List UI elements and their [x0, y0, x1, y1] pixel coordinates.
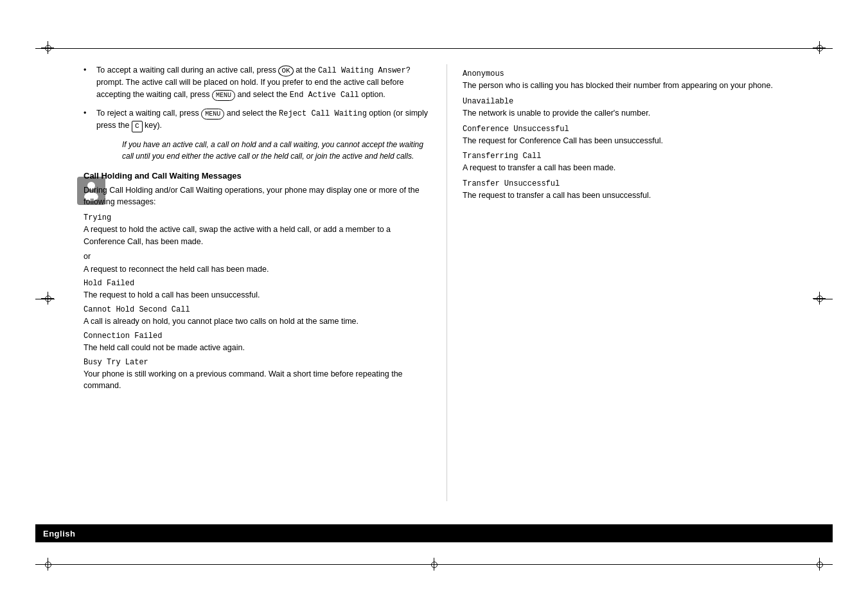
or-line: or	[84, 252, 430, 261]
line-bottom	[35, 564, 833, 565]
section-heading: Call Holding and Call Waiting Messages	[84, 171, 430, 181]
label-hold-failed: Hold Failed	[84, 279, 430, 288]
desc-trying: A request to hold the active call, swap …	[84, 224, 430, 248]
message-transferring-call: Transferring Call A request to transfer …	[463, 152, 822, 174]
desc-transferring-call: A request to transfer a call has been ma…	[463, 162, 822, 174]
message-hold-failed: Hold Failed The request to hold a call h…	[84, 279, 430, 301]
note-text: If you have an active call, a call on ho…	[122, 140, 423, 161]
bullet-item-1: To accept a waiting call during an activ…	[84, 64, 430, 101]
menu-key-1: MENU	[212, 90, 235, 101]
desc-anonymous: The person who is calling you has blocke…	[463, 80, 822, 92]
bullet-item-2: To reject a waiting call, press MENU and…	[84, 107, 430, 132]
footer-bar: English	[35, 524, 833, 542]
label-transfer-unsuccessful: Transfer Unsuccessful	[463, 179, 822, 188]
column-divider	[447, 64, 447, 501]
label-anonymous: Anonymous	[463, 69, 822, 78]
label-trying: Trying	[84, 213, 430, 222]
message-conference-unsuccessful: Conference Unsuccessful The request for …	[463, 125, 822, 147]
end-active-call-option: End Active Call	[290, 91, 359, 100]
left-column: To accept a waiting call during an activ…	[84, 64, 430, 396]
message-connection-failed: Connection Failed The held call could no…	[84, 332, 430, 354]
desc-connection-failed: The held call could not be made active a…	[84, 342, 430, 354]
reject-call-waiting-option: Reject Call Waiting	[279, 109, 367, 118]
label-transferring-call: Transferring Call	[463, 152, 822, 161]
message-anonymous: Anonymous The person who is calling you …	[463, 69, 822, 92]
label-conference-unsuccessful: Conference Unsuccessful	[463, 125, 822, 134]
desc-cannot-hold: A call is already on hold, you cannot pl…	[84, 315, 430, 328]
desc-busy-try-later: Your phone is still working on a previou…	[84, 368, 430, 393]
label-busy-try-later: Busy Try Later	[84, 358, 430, 367]
desc-transfer-unsuccessful: The request to transfer a call has been …	[463, 190, 822, 202]
message-cannot-hold: Cannot Hold Second Call A call is alread…	[84, 305, 430, 328]
call-waiting-answer-prompt: Call Waiting Answer?	[318, 66, 411, 75]
section-intro: During Call Holding and/or Call Waiting …	[84, 184, 430, 209]
footer-page-number: 32	[199, 529, 208, 538]
ok-key: OK	[278, 66, 293, 76]
line-mid-left	[35, 299, 55, 299]
message-trying: Trying A request to hold the active call…	[84, 213, 430, 248]
label-cannot-hold: Cannot Hold Second Call	[84, 305, 430, 314]
message-transfer-unsuccessful: Transfer Unsuccessful The request to tra…	[463, 179, 822, 202]
message-unavailable: Unavailable The network is unable to pro…	[463, 97, 822, 120]
footer-language: English	[43, 529, 75, 538]
desc-conference-unsuccessful: The request for Conference Call has been…	[463, 135, 822, 147]
crosshair-bottom-left	[39, 555, 58, 574]
desc-hold-failed: The request to hold a call has been unsu…	[84, 289, 430, 301]
right-column: Anonymous The person who is calling you …	[463, 64, 822, 206]
note-block: If you have an active call, a call on ho…	[103, 139, 430, 162]
message-busy-try-later: Busy Try Later Your phone is still worki…	[84, 358, 430, 393]
menu-key-2: MENU	[201, 109, 224, 120]
desc-unavailable: The network is unable to provide the cal…	[463, 107, 822, 120]
bullet-list: To accept a waiting call during an activ…	[84, 64, 430, 132]
desc-reconnect: A request to reconnect the held call has…	[84, 263, 430, 276]
label-connection-failed: Connection Failed	[84, 332, 430, 341]
c-key: C	[132, 121, 143, 132]
line-mid-right	[813, 299, 833, 299]
crosshair-bottom-right	[810, 555, 829, 574]
crosshair-bottom-center	[425, 555, 444, 574]
line-top	[35, 48, 833, 49]
label-unavailable: Unavailable	[463, 97, 822, 106]
